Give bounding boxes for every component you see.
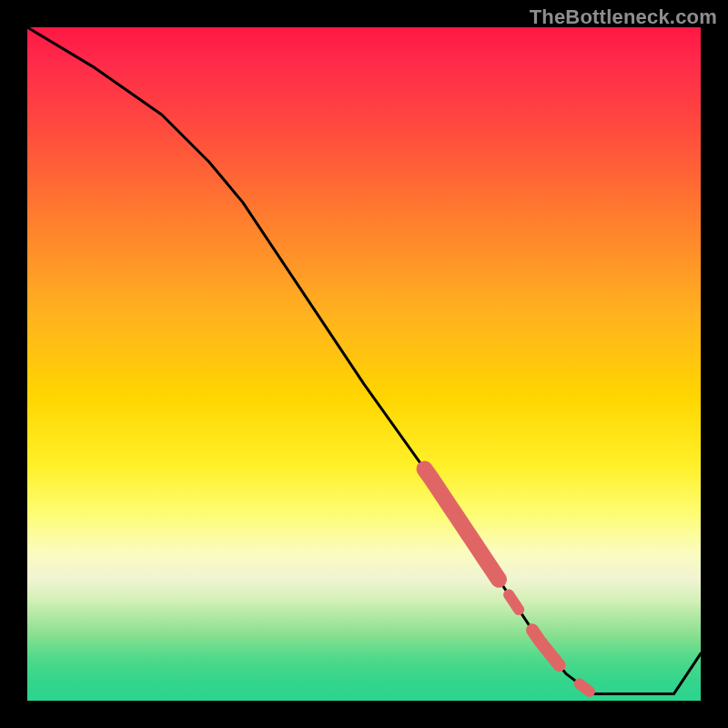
- watermark-text: TheBottleneck.com: [530, 5, 717, 29]
- line-series-curve: [27, 27, 701, 694]
- highlight-segment: [532, 630, 560, 665]
- chart-svg: [27, 27, 701, 701]
- highlight-segment: [580, 684, 590, 692]
- highlight-segment: [425, 469, 499, 579]
- highlight-segment: [509, 594, 519, 610]
- highlight-group: [425, 469, 590, 691]
